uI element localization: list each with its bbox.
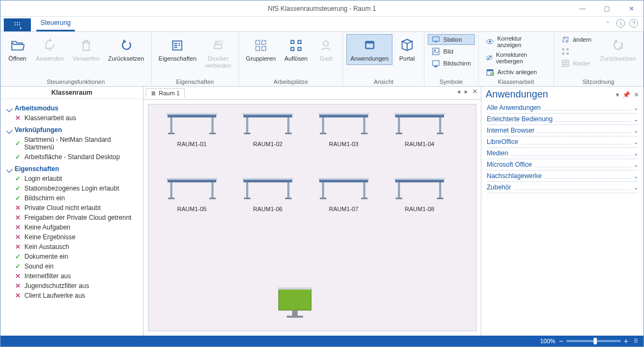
category-row[interactable]: Microsoft Office⌄ <box>487 159 638 171</box>
help-icon[interactable]: ? <box>629 19 638 28</box>
pin-icon[interactable]: 📌 <box>622 91 630 99</box>
resize-grip-icon[interactable]: ⠿ <box>634 338 638 345</box>
desk-station[interactable]: RAUM1-03 <box>311 110 376 147</box>
tree-item[interactable]: Client Laufwerke aus <box>7 291 137 300</box>
tree-item[interactable]: Keine Ergebnisse <box>7 232 137 242</box>
tree-item[interactable]: Internetfilter aus <box>7 271 137 281</box>
zoom-in-button[interactable]: + <box>624 337 628 345</box>
help-icons: ⌃ i ? <box>603 19 638 28</box>
svg-rect-47 <box>278 287 312 290</box>
tree-item[interactable]: Kein Austausch <box>7 242 137 252</box>
tab-next-icon[interactable]: ▸ <box>465 88 468 95</box>
ribbon-group[interactable]: Gruppieren <box>242 34 280 65</box>
ribbon-open[interactable]: Öffnen <box>4 34 31 65</box>
ribbon-props[interactable]: Eigenschaften <box>155 34 201 72</box>
chevron-down-icon: ⌄ <box>634 139 638 145</box>
maximize-button[interactable]: ▢ <box>595 1 619 16</box>
svg-point-1 <box>17 22 18 23</box>
document-tab[interactable]: 🗎 Raum 1 <box>146 88 185 97</box>
svg-marker-6 <box>20 27 22 29</box>
tree-item[interactable]: Bildschirm ein <box>7 193 137 203</box>
tree-item[interactable]: Keine Aufgaben <box>7 222 137 232</box>
desk-station[interactable]: RAUM1-04 <box>387 110 452 147</box>
desk-label: RAUM1-02 <box>235 141 300 147</box>
desk-station[interactable]: RAUM1-05 <box>159 175 224 212</box>
open-icon <box>9 37 26 54</box>
teacher-station[interactable] <box>268 278 322 323</box>
ribbon-station[interactable]: Station <box>428 34 475 45</box>
desk-station[interactable]: RAUM1-08 <box>387 175 452 212</box>
tree-item[interactable]: Login erlaubt <box>7 174 137 184</box>
ribbon-reset[interactable]: Zurücksetzen <box>105 34 148 65</box>
ribbon-screen[interactable]: Bildschirm <box>428 58 475 69</box>
image-icon <box>432 47 440 56</box>
category-name: Alle Anwendungen <box>487 104 540 112</box>
tab-steuerung[interactable]: Steuerung <box>36 17 75 31</box>
ribbon-group-label: Eigenschaften <box>155 77 235 85</box>
category-row[interactable]: Internet Browser⌄ <box>487 125 638 136</box>
close-pane-icon[interactable]: ✕ <box>634 91 639 99</box>
desk-label: RAUM1-05 <box>159 206 224 212</box>
info-icon[interactable]: i <box>616 19 625 28</box>
tab-prev-icon[interactable]: ◂ <box>457 88 460 95</box>
tree-item[interactable]: Jugendschutzfilter aus <box>7 281 137 291</box>
room-canvas[interactable]: RAUM1-01RAUM1-02RAUM1-03RAUM1-04RAUM1-05… <box>148 104 476 331</box>
file-menu-button[interactable] <box>4 18 31 31</box>
dropdown-icon[interactable]: ▾ <box>616 91 619 99</box>
desk-station[interactable]: RAUM1-07 <box>311 175 376 212</box>
svg-rect-69 <box>394 113 445 115</box>
discard-icon <box>78 37 95 54</box>
desk-station[interactable]: RAUM1-02 <box>235 110 300 147</box>
svg-rect-20 <box>291 41 294 44</box>
tab-close-icon[interactable]: ✕ <box>472 88 478 95</box>
ribbon-hidecorr[interactable]: Korrekturen verbergen <box>482 50 550 66</box>
ribbon-label: Druckerverbinden <box>205 55 231 69</box>
tree-item[interactable]: Startmenü - NetMan Standard Startmenü <box>7 135 137 152</box>
ribbon-label: Anwenden <box>36 55 64 62</box>
close-button[interactable]: ✕ <box>619 1 643 16</box>
tree-section[interactable]: Arbeitsmodus <box>7 104 137 112</box>
ribbon-change[interactable]: ändern <box>557 34 595 45</box>
ribbon-portal[interactable]: Portal <box>394 34 421 65</box>
ribbon-label: Gruppieren <box>246 55 276 62</box>
category-row[interactable]: Erleichterte Bedienung⌄ <box>487 114 638 125</box>
tree-item-label: Kein Austausch <box>24 243 69 251</box>
svg-rect-49 <box>287 316 303 318</box>
zoom-slider[interactable] <box>566 340 621 342</box>
tree-item[interactable]: Freigaben der Private Cloud getrennt <box>7 213 137 222</box>
tree-item[interactable]: Klassenarbeit aus <box>7 113 137 123</box>
tree-item[interactable]: Dokumente ein <box>7 252 137 261</box>
zoom-control: 100% − + <box>540 337 628 345</box>
right-pane: Anwendungen ▾ 📌 ✕ Alle Anwendungen⌄Erlei… <box>481 87 643 336</box>
desk-station[interactable]: RAUM1-06 <box>235 175 300 212</box>
tree-item[interactable]: Arbeitsfläche - Standard Desktop <box>7 152 137 162</box>
zoom-out-button[interactable]: − <box>559 337 563 345</box>
tree-item[interactable]: Stationsbezogenes Login erlaubt <box>7 184 137 193</box>
ribbon-apps[interactable]: Anwendungen <box>346 34 392 65</box>
minimize-button[interactable]: — <box>570 1 595 16</box>
tree-item[interactable]: Private Cloud nicht erlaubt <box>7 203 137 213</box>
tree-item[interactable]: Sound ein <box>7 261 137 271</box>
ribbon-image[interactable]: Bild <box>428 46 475 57</box>
ribbon-ungroup[interactable]: Auflösen <box>281 34 312 65</box>
ribbon-label: Verwerfen <box>73 55 100 62</box>
svg-rect-64 <box>322 117 324 134</box>
category-row[interactable]: LibreOffice⌄ <box>487 136 638 148</box>
category-row[interactable]: Nachschlagewerke⌄ <box>487 171 638 182</box>
tree-section[interactable]: Verknüpfungen <box>7 126 137 134</box>
check-icon <box>15 185 21 192</box>
ribbon-showcorr[interactable]: Korrektur anzeigen <box>482 34 550 49</box>
tree-section[interactable]: Eigenschaften <box>7 165 137 173</box>
ribbon-archive[interactable]: Archiv anlegen <box>482 67 550 77</box>
ribbon-label: Bildschirm <box>443 60 471 67</box>
category-row[interactable]: Alle Anwendungen⌄ <box>487 102 638 114</box>
svg-rect-67 <box>361 133 368 134</box>
desk-label: RAUM1-06 <box>235 206 300 212</box>
svg-point-12 <box>179 45 181 47</box>
tree-item-label: Client Laufwerke aus <box>24 292 85 299</box>
desk-station[interactable]: RAUM1-01 <box>159 110 224 147</box>
category-row[interactable]: Zubehör⌄ <box>487 182 638 193</box>
up-arrow-icon[interactable]: ⌃ <box>603 19 612 28</box>
category-row[interactable]: Medien⌄ <box>487 148 638 159</box>
document-tab-label: Raum 1 <box>159 90 180 96</box>
